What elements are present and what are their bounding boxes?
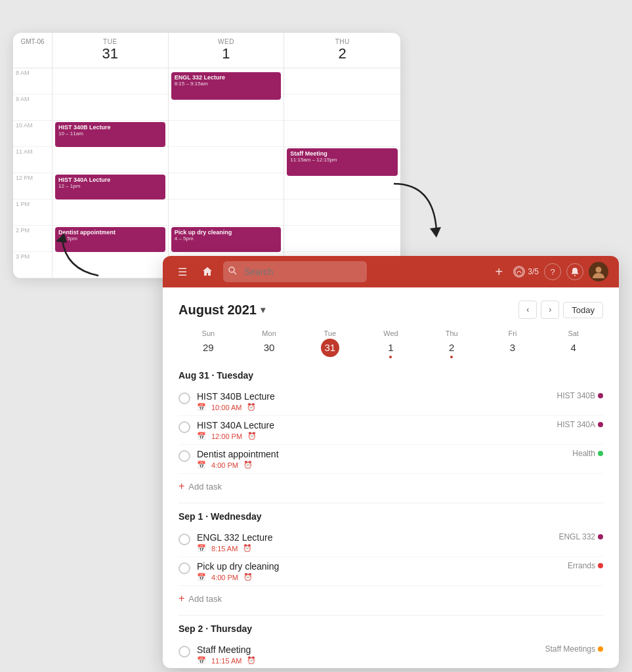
add-task-sep1[interactable]: + Add task xyxy=(179,587,222,610)
task-time-engl-332: 8:15 AM xyxy=(211,545,238,553)
task-time-staff-meeting: 11:15 AM xyxy=(211,657,242,665)
karma-icon xyxy=(513,266,525,278)
task-hist-340b[interactable]: HIST 340B Lecture 📅 10:00 AM ⏰ HIST 340B xyxy=(179,387,603,416)
karma-label: 3/5 xyxy=(528,267,539,276)
cal-day-num-tue: 31 xyxy=(55,45,165,62)
calendar-icon-dry-cleaning: 📅 xyxy=(197,573,206,581)
cal-col-wed: ENGL 332 Lecture 8:15 – 9:15am Pick up d… xyxy=(169,68,285,278)
month-title[interactable]: August 2021 ▾ xyxy=(179,303,265,318)
week-day-sun[interactable]: Sun 29 xyxy=(179,329,238,357)
task-title-hist-340b: HIST 340B Lecture xyxy=(197,391,557,402)
week-day-mon[interactable]: Mon 30 xyxy=(240,329,299,357)
week-day-wed[interactable]: Wed 1 xyxy=(361,329,421,357)
cal-day-name-wed: WED xyxy=(171,38,282,45)
section-sep2: Sep 2 · Thursday xyxy=(179,623,603,634)
cal-header: GMT-06 TUE 31 WED 1 THU 2 xyxy=(13,33,400,68)
task-title-dry-cleaning: Pick up dry cleaning xyxy=(197,561,568,572)
tag-dot-staff-meeting xyxy=(598,646,603,652)
tag-label-dentist: Health xyxy=(572,449,595,458)
event-staff-meeting[interactable]: Staff Meeting 11:15am – 12:15pm xyxy=(287,148,398,176)
cal-day-thu[interactable]: THU 2 xyxy=(284,33,400,68)
add-task-header-button[interactable]: + xyxy=(490,262,508,281)
event-engl-332[interactable]: ENGL 332 Lecture 8:15 – 9:15am xyxy=(171,72,282,100)
task-dentist[interactable]: Dentist appointment 📅 4:00 PM ⏰ Health xyxy=(179,445,603,474)
week-days-strip: Sun 29 Mon 30 Tue 31 Wed 1 Thu xyxy=(179,329,603,357)
cal-body: 8 AM 9 AM 10 AM 11 AM 12 PM 1 PM 2 PM 3 … xyxy=(13,68,400,278)
search-wrapper xyxy=(223,261,354,282)
calendar-icon-hist-340a: 📅 xyxy=(197,432,206,440)
section-sep1: Sep 1 · Wednesday xyxy=(179,511,603,522)
cal-day-name-thu: THU xyxy=(287,38,398,45)
svg-marker-0 xyxy=(430,227,441,238)
cal-day-tue[interactable]: TUE 31 xyxy=(53,33,169,68)
alarm-icon-dry-cleaning: ⏰ xyxy=(243,573,253,581)
gmt-label: GMT-06 xyxy=(13,33,53,68)
next-week-button[interactable]: › xyxy=(541,301,559,319)
task-checkbox-dentist[interactable] xyxy=(179,450,190,462)
week-day-thu[interactable]: Thu 2 xyxy=(422,329,482,357)
notifications-button[interactable] xyxy=(566,263,583,280)
calendar-icon-staff-meeting: 📅 xyxy=(197,656,206,665)
section-aug31: Aug 31 · Tuesday xyxy=(179,370,603,381)
help-button[interactable]: ? xyxy=(544,263,561,280)
tag-label-staff-meeting: Staff Meetings xyxy=(545,644,596,654)
task-staff-meeting[interactable]: Staff Meeting 📅 11:15 AM ⏰ Staff Meeting… xyxy=(179,640,603,668)
task-time-hist-340b: 10:00 AM xyxy=(211,404,242,411)
cal-day-num-thu: 2 xyxy=(287,45,398,62)
nav-buttons: ‹ › Today xyxy=(518,301,603,319)
task-checkbox-hist-340b[interactable] xyxy=(179,392,190,404)
section-divider-2 xyxy=(179,615,603,616)
month-header: August 2021 ▾ ‹ › Today xyxy=(179,301,603,319)
week-day-fri[interactable]: Fri 3 xyxy=(483,329,543,357)
cal-day-name-tue: TUE xyxy=(55,38,165,45)
cal-day-num-wed: 1 xyxy=(171,45,282,62)
event-dentist[interactable]: Dentist appointment 4 – 5pm xyxy=(55,227,165,252)
task-title-engl-332: ENGL 332 Lecture xyxy=(197,532,558,543)
alarm-icon-staff-meeting: ⏰ xyxy=(247,656,256,665)
event-dry-cleaning[interactable]: Pick up dry cleaning 4 – 5pm xyxy=(171,227,282,252)
alarm-icon-hist-340a: ⏰ xyxy=(247,432,257,440)
tag-dot-dentist xyxy=(598,451,603,456)
cal-time-col: 8 AM 9 AM 10 AM 11 AM 12 PM 1 PM 2 PM 3 … xyxy=(13,68,53,278)
tag-dot-hist-340a xyxy=(598,422,603,427)
today-button[interactable]: Today xyxy=(563,302,603,318)
svg-point-4 xyxy=(515,268,523,276)
app-content: August 2021 ▾ ‹ › Today Sun 29 Mon 30 Tu… xyxy=(163,287,619,668)
menu-button[interactable]: ☰ xyxy=(173,262,192,281)
cal-day-wed[interactable]: WED 1 xyxy=(169,33,285,68)
task-time-dentist: 4:00 PM xyxy=(211,461,238,469)
avatar[interactable] xyxy=(589,262,608,282)
svg-point-5 xyxy=(574,275,576,276)
search-input[interactable] xyxy=(223,261,367,282)
event-hist-340b[interactable]: HIST 340B Lecture 10 – 11am xyxy=(55,122,165,147)
app-header: ☰ + xyxy=(163,256,619,287)
add-task-aug31[interactable]: + Add task xyxy=(179,475,222,497)
section-divider-1 xyxy=(179,503,603,503)
task-title-hist-340a: HIST 340A Lecture xyxy=(197,420,557,430)
week-day-tue[interactable]: Tue 31 xyxy=(300,329,360,357)
task-engl-332[interactable]: ENGL 332 Lecture 📅 8:15 AM ⏰ ENGL 332 xyxy=(179,528,603,557)
calendar-widget: GMT-06 TUE 31 WED 1 THU 2 8 AM 9 AM 10 A… xyxy=(13,33,400,278)
task-checkbox-dry-cleaning[interactable] xyxy=(179,562,190,574)
task-checkbox-staff-meeting[interactable] xyxy=(179,646,190,658)
task-time-hist-340a: 12:00 PM xyxy=(211,432,242,440)
event-hist-340a[interactable]: HIST 340A Lecture 12 – 1pm xyxy=(55,175,165,200)
task-title-staff-meeting: Staff Meeting xyxy=(197,644,545,655)
alarm-icon-dentist: ⏰ xyxy=(243,461,253,469)
calendar-icon-hist-340b: 📅 xyxy=(197,403,206,411)
task-time-dry-cleaning: 4:00 PM xyxy=(211,574,238,581)
week-day-sat[interactable]: Sat 4 xyxy=(543,329,603,357)
tag-label-dry-cleaning: Errands xyxy=(568,561,595,570)
task-dry-cleaning[interactable]: Pick up dry cleaning 📅 4:00 PM ⏰ Errands xyxy=(179,557,603,586)
svg-point-6 xyxy=(596,267,602,273)
task-checkbox-engl-332[interactable] xyxy=(179,534,190,545)
cal-col-tue: HIST 340B Lecture 10 – 11am HIST 340A Le… xyxy=(53,68,169,278)
home-button[interactable] xyxy=(198,262,217,281)
cal-col-thu: Staff Meeting 11:15am – 12:15pm xyxy=(284,68,400,278)
tag-dot-dry-cleaning xyxy=(598,563,603,568)
task-hist-340a[interactable]: HIST 340A Lecture 📅 12:00 PM ⏰ HIST 340A xyxy=(179,416,603,445)
prev-week-button[interactable]: ‹ xyxy=(518,301,537,319)
task-checkbox-hist-340a[interactable] xyxy=(179,421,190,433)
tag-dot-hist-340b xyxy=(598,393,603,398)
header-right: + 3/5 ? xyxy=(490,262,608,282)
